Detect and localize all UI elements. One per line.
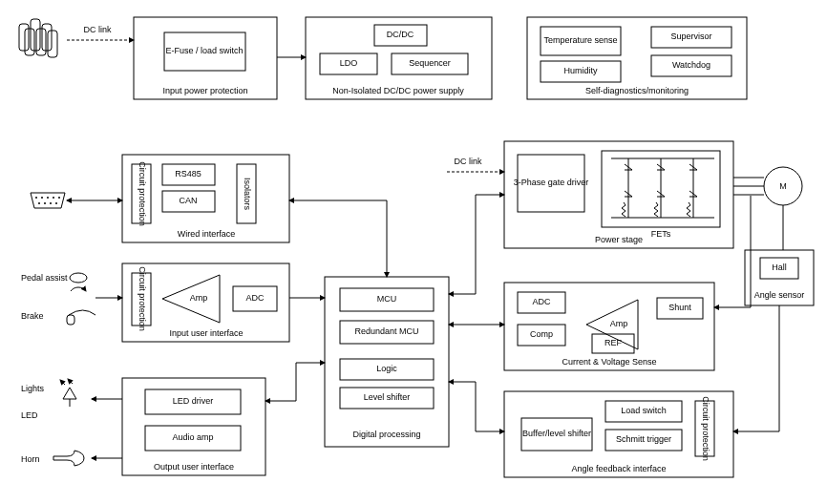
dc-link-label-1: DC link xyxy=(83,25,112,34)
gate-driver-label: 3-Phase gate driver xyxy=(514,178,589,187)
svg-rect-5 xyxy=(48,31,57,57)
comp-label: Comp xyxy=(530,329,553,339)
circuit-protection-label-1: Circuit protection xyxy=(138,161,147,226)
led-icon xyxy=(60,379,76,407)
efuse-label: E-Fuse / load switch xyxy=(165,46,243,55)
input-power-protection-label: Input power protection xyxy=(162,86,247,95)
lights-label: Lights xyxy=(21,384,45,393)
angle-feedback-interface-block: Buffer/level shifter Load switch Schmitt… xyxy=(504,391,733,477)
svg-rect-1 xyxy=(31,19,40,51)
supervisor-label: Supervisor xyxy=(670,32,711,41)
output-ui-label: Output user interface xyxy=(154,462,234,472)
block-diagram: DC link E-Fuse / load switch Input power… xyxy=(0,0,827,504)
isolators-label: Isolators xyxy=(243,178,252,211)
brake-icon xyxy=(67,310,95,325)
db9-icon xyxy=(31,193,65,208)
shunt-label: Shunt xyxy=(668,303,691,312)
angle-feedback-label: Angle feedback interface xyxy=(571,464,666,473)
temp-sense-label: Temperature sense xyxy=(543,35,617,45)
svg-line-40 xyxy=(60,380,65,385)
level-shifter-label: Level shifter xyxy=(364,392,411,402)
power-stage-label: Power stage xyxy=(595,235,643,244)
svg-point-19 xyxy=(41,197,43,199)
motor-icon: M xyxy=(764,167,802,205)
circuit-protection-label-3: Circuit protection xyxy=(701,396,710,461)
hall-label: Hall xyxy=(772,262,787,272)
svg-point-21 xyxy=(53,197,54,199)
redundant-mcu-label: Redundant MCU xyxy=(354,326,418,336)
load-switch-label: Load switch xyxy=(621,406,667,415)
self-diag-label: Self-diagnostics/monitoring xyxy=(585,86,689,95)
dc-link-label-2: DC link xyxy=(454,157,482,166)
svg-rect-34 xyxy=(67,315,74,325)
svg-point-25 xyxy=(50,202,52,204)
brake-label: Brake xyxy=(21,311,44,321)
wired-interface-label: Wired interface xyxy=(178,229,236,239)
amp-label-2: Amp xyxy=(610,319,628,328)
power-stage-block: 3-Phase gate driver FETs Power stage xyxy=(504,141,733,248)
svg-rect-44 xyxy=(122,378,265,475)
sequencer-label: Sequencer xyxy=(409,58,451,68)
svg-point-22 xyxy=(58,197,60,199)
digital-processing-label: Digital processing xyxy=(352,430,420,439)
cv-sense-label: Current & Voltage Sense xyxy=(562,357,656,367)
angle-sensor-label: Angle sensor xyxy=(754,290,805,300)
dcdc-label: DC/DC xyxy=(387,30,414,39)
self-diagnostics-block: Temperature sense Supervisor Humidity Wa… xyxy=(527,17,747,99)
pedal-assist-label: Pedal assist xyxy=(21,273,68,283)
buffer-level-label: Buffer/level shifter xyxy=(522,429,591,438)
angle-sensor-block: Hall Angle sensor xyxy=(745,250,814,305)
svg-point-23 xyxy=(38,202,40,204)
output-user-interface-block: LED driver Audio amp Output user interfa… xyxy=(122,378,265,475)
led-driver-label: LED driver xyxy=(173,396,214,406)
rs485-label: RS485 xyxy=(175,169,201,178)
fets-label: FETs xyxy=(651,229,671,239)
amp-label-1: Amp xyxy=(190,293,208,303)
svg-rect-4 xyxy=(36,29,46,55)
led-label: LED xyxy=(21,410,38,420)
watchdog-label: Watchdog xyxy=(672,60,710,70)
logic-label: Logic xyxy=(376,364,397,373)
wired-interface-block: Circuit protection RS485 CAN Isolators W… xyxy=(122,155,289,242)
svg-point-33 xyxy=(70,273,87,283)
input-ui-label: Input user interface xyxy=(169,328,243,338)
non-isolated-label: Non-Isolated DC/DC power supply xyxy=(332,86,464,95)
svg-point-24 xyxy=(44,202,46,204)
svg-rect-2 xyxy=(42,24,52,51)
non-isolated-dcdc-block: DC/DC LDO Sequencer Non-Isolated DC/DC p… xyxy=(306,17,492,99)
horn-icon xyxy=(53,451,84,466)
svg-point-20 xyxy=(47,197,49,199)
svg-point-26 xyxy=(55,202,57,204)
svg-line-41 xyxy=(68,379,73,384)
battery-pack-icon xyxy=(19,19,57,57)
mcu-label: MCU xyxy=(377,294,397,304)
audio-amp-label: Audio amp xyxy=(172,432,213,442)
motor-label: M xyxy=(779,181,787,191)
can-label: CAN xyxy=(179,196,197,205)
adc-label-2: ADC xyxy=(532,297,551,306)
schmitt-label: Schmitt trigger xyxy=(616,434,671,444)
svg-rect-3 xyxy=(25,29,34,55)
horn-label: Horn xyxy=(21,454,40,464)
humidity-label: Humidity xyxy=(563,66,598,75)
digital-processing-block: MCU Redundant MCU Logic Level shifter Di… xyxy=(325,277,449,447)
svg-point-18 xyxy=(35,197,37,199)
pedal-assist-icon xyxy=(70,273,87,291)
adc-label-1: ADC xyxy=(245,293,265,303)
svg-rect-0 xyxy=(19,24,29,51)
circuit-protection-label-2: Circuit protection xyxy=(138,266,147,331)
ref-label: REF xyxy=(604,338,623,347)
current-voltage-sense-block: ADC Comp Amp REF Shunt Current & Voltage… xyxy=(504,283,714,370)
input-user-interface-block: Circuit protection Amp ADC Input user in… xyxy=(122,263,289,342)
input-power-protection-block: E-Fuse / load switch Input power protect… xyxy=(134,17,277,99)
svg-rect-54 xyxy=(504,141,733,248)
ldo-label: LDO xyxy=(340,58,358,68)
